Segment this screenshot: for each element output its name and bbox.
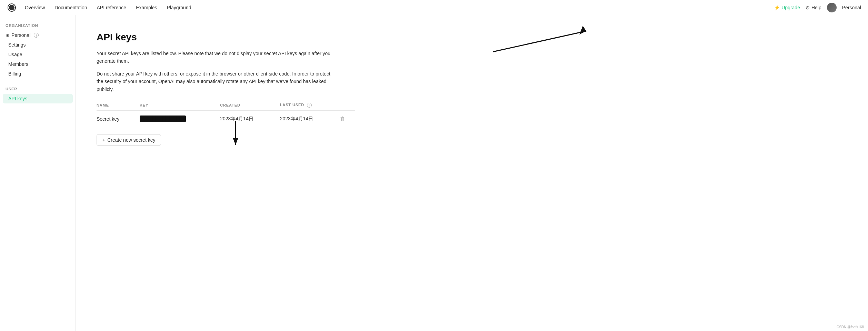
- page-title: API keys: [97, 32, 366, 43]
- footer-credit: CSDN @fsafs168: [837, 325, 864, 329]
- create-secret-key-button[interactable]: + Create new secret key: [97, 134, 161, 146]
- delete-icon[interactable]: 🗑: [340, 116, 345, 122]
- col-last-used: LAST USED i: [280, 100, 340, 111]
- nav-links: Overview Documentation API reference Exa…: [25, 5, 774, 10]
- nav-overview[interactable]: Overview: [25, 5, 45, 10]
- description-2: Do not share your API key with others, o…: [97, 70, 338, 93]
- sidebar-settings-label: Settings: [8, 42, 26, 48]
- svg-point-0: [10, 6, 13, 9]
- sidebar-members[interactable]: Members: [3, 59, 73, 69]
- created-cell: 2023年4月14日: [220, 111, 280, 127]
- upgrade-button[interactable]: ⚡ Upgrade: [774, 5, 800, 10]
- last-used-info-icon: i: [307, 103, 312, 108]
- bolt-icon: ⚡: [774, 5, 780, 10]
- table-header-row: NAME KEY CREATED LAST USED i: [97, 100, 355, 111]
- sidebar-billing[interactable]: Billing: [3, 69, 73, 79]
- col-key: KEY: [140, 100, 220, 111]
- sidebar-api-keys-label: API keys: [8, 96, 27, 101]
- key-value-cell: ████████████: [140, 111, 220, 127]
- col-actions: [340, 100, 355, 111]
- delete-cell: 🗑: [340, 111, 355, 127]
- personal-label[interactable]: Personal: [842, 5, 861, 10]
- user-section-label: USER: [0, 87, 76, 94]
- col-created: CREATED: [220, 100, 280, 111]
- col-name: NAME: [97, 100, 140, 111]
- api-keys-table: NAME KEY CREATED LAST USED i Secret key …: [97, 100, 355, 127]
- org-section-label: ORGANIZATION: [0, 23, 76, 30]
- sidebar-billing-label: Billing: [8, 71, 21, 77]
- sidebar: ORGANIZATION ⊞ Personal i Settings Usage…: [0, 15, 76, 331]
- sidebar-api-keys[interactable]: API keys: [3, 94, 73, 103]
- last-used-cell: 2023年4月14日: [280, 111, 340, 127]
- nav-documentation[interactable]: Documentation: [54, 5, 87, 10]
- key-masked-value: ████████████: [140, 116, 186, 122]
- nav-api-reference[interactable]: API reference: [97, 5, 127, 10]
- sidebar-org-personal[interactable]: ⊞ Personal i: [0, 30, 76, 40]
- info-icon: i: [34, 33, 39, 38]
- plus-icon: +: [102, 137, 105, 143]
- create-btn-label: Create new secret key: [107, 137, 155, 143]
- sidebar-usage[interactable]: Usage: [3, 50, 73, 59]
- openai-logo[interactable]: [7, 3, 17, 12]
- help-circle-icon: ⊙: [806, 5, 810, 10]
- sidebar-usage-label: Usage: [8, 52, 22, 57]
- nav-right: ⚡ Upgrade ⊙ Help Personal: [774, 3, 861, 12]
- help-button[interactable]: ⊙ Help: [806, 5, 821, 10]
- sidebar-settings[interactable]: Settings: [3, 40, 73, 50]
- sidebar-personal-name: Personal: [11, 32, 30, 38]
- table-row: Secret key ████████████ 2023年4月14日 2023年…: [97, 111, 355, 127]
- description-1: Your secret API keys are listed below. P…: [97, 50, 338, 65]
- nav-playground[interactable]: Playground: [167, 5, 191, 10]
- sidebar-members-label: Members: [8, 61, 28, 67]
- key-name-cell: Secret key: [97, 111, 140, 127]
- avatar[interactable]: [827, 3, 837, 12]
- building-icon: ⊞: [6, 33, 9, 38]
- nav-examples[interactable]: Examples: [136, 5, 157, 10]
- main-layout: ORGANIZATION ⊞ Personal i Settings Usage…: [0, 15, 868, 331]
- main-content: API keys Your secret API keys are listed…: [76, 15, 386, 331]
- top-navigation: Overview Documentation API reference Exa…: [0, 0, 868, 15]
